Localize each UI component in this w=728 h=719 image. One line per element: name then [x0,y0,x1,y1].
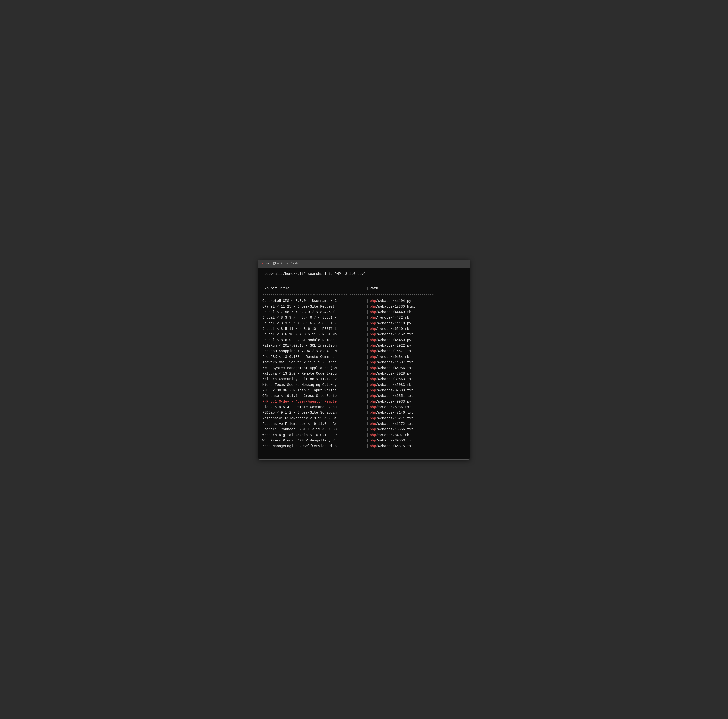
path-value: /webapps/46956.txt [376,366,413,370]
row-separator: | [366,332,370,337]
row-separator: | [366,388,370,393]
path-value: /webapps/42922.py [376,344,411,348]
row-separator: | [366,349,370,354]
path-value: /webapps/45083.rb [376,383,411,387]
divider-top: ----------------------------------------… [262,280,466,285]
row-path: php/webapps/41272.txt [370,421,413,427]
php-label: php [370,372,376,375]
path-value: /webapps/44448.py [376,321,411,325]
row-separator: | [366,405,370,410]
col-path-label: Path [370,286,378,291]
path-value: /webapps/49933.py [376,400,411,404]
row-title: cPanel < 11.25 - Cross-Site Request [262,304,366,309]
terminal-window: × kali@kali: ~ (ssh) root@kali:/home/kal… [258,260,470,460]
title-bar: × kali@kali: ~ (ssh) [258,260,470,268]
row-separator: | [366,410,370,416]
table-row: OPNsense < 19.1.1 - Cross-Site Scrip | p… [262,393,466,399]
row-path: php/remote/40434.rb [370,354,409,360]
path-value: /webapps/39563.txt [376,377,413,381]
row-separator: | [366,444,370,449]
php-label: php [370,349,376,353]
php-label: php [370,439,376,442]
php-label: php [370,422,376,426]
table-row: Plesk < 9.5.4 - Remote Command Execu | p… [262,405,466,410]
row-separator: | [366,433,370,438]
php-label: php [370,394,376,398]
row-title: REDCap < 9.1.2 - Cross-Site Scriptin [262,410,366,416]
row-title: Drupal < 8.6.10 / < 8.5.11 - REST Mo [262,332,366,337]
row-separator: | [366,382,370,388]
path-value: /webapps/17330.html [376,304,416,309]
row-separator: | [366,354,370,360]
row-path: php/webapps/15571.txt [370,349,413,354]
row-title: Kaltura < 13.2.0 - Remote Code Execu [262,371,366,376]
table-row: PHP 8.1.0-dev - 'User-Agentt' Remote | p… [262,399,466,405]
php-label: php [370,327,376,331]
table-row: Fozzcom Shopping < 7.94 / < 8.04 - M | p… [262,349,466,354]
php-label: php [370,304,376,309]
table-row: FreePBX < 13.0.188 - Remote Command | ph… [262,354,466,360]
table-row: REDCap < 9.1.2 - Cross-Site Scriptin | p… [262,410,466,416]
path-value: /webapps/46351.txt [376,394,413,398]
php-label: php [370,405,376,409]
row-title: WordPress Plugin DZS Videogallery < [262,438,366,444]
row-separator: | [366,298,370,304]
table-row: Drupal < 7.58 / < 8.3.9 / < 8.4.6 / | ph… [262,310,466,315]
close-icon[interactable]: × [261,262,263,266]
row-title: Micro Focus Secure Messaging Gateway [262,382,366,388]
table-row: KACE System Management Appliance (SM | p… [262,366,466,371]
table-row: Concrete5 CMS < 8.3.0 - Username / C | p… [262,298,466,304]
table-row: NPDS < 08.06 - Multiple Input Valida | p… [262,388,466,393]
row-title: ShoreTel Connect ONSITE < 19.49.1500 [262,427,366,432]
col-separator: | [366,286,370,291]
php-label: php [370,361,376,364]
row-title: Western Digital Arkeia < 10.0.10 - R [262,433,366,438]
row-title: Fozzcom Shopping < 7.94 / < 8.04 - M [262,349,366,354]
php-label: php [370,332,376,337]
row-separator: | [366,427,370,432]
row-separator: | [366,438,370,444]
row-path: php/webapps/17330.html [370,304,415,309]
row-path: php/webapps/45083.rb [370,382,411,388]
row-separator: | [366,366,370,371]
row-title: FileRun < 2017.09.18 - SQL Injection [262,343,366,349]
php-label: php [370,338,376,342]
row-separator: | [366,310,370,315]
table-row: Drupal < 8.3.9 / < 8.4.6 / < 8.5.1 - | p… [262,315,466,321]
row-path: php/webapps/46666.txt [370,427,413,432]
php-label: php [370,355,376,359]
row-title: Responsive Filemanger <= 9.11.0 - Ar [262,421,366,427]
row-separator: | [366,399,370,405]
row-title: Responsive FileManager < 9.13.4 - Di [262,416,366,421]
table-row: Micro Focus Secure Messaging Gateway | p… [262,382,466,388]
row-path: php/remote/28407.rb [370,433,409,438]
path-value: /webapps/46452.txt [376,332,413,337]
path-value: /webapps/44194.py [376,299,411,303]
row-separator: | [366,360,370,366]
php-label: php [370,310,376,314]
row-title: Drupal < 8.5.11 / < 8.6.10 - RESTful [262,326,366,332]
row-path: php/remote/46510.rb [370,326,409,332]
php-label: php [370,416,376,420]
row-title: Concrete5 CMS < 8.3.0 - Username / C [262,298,366,304]
path-value: /webapps/41272.txt [376,422,413,426]
path-value: /webapps/46815.txt [376,444,413,448]
table-row: WordPress Plugin DZS Videogallery < | ph… [262,438,466,444]
row-path: php/webapps/46956.txt [370,366,413,371]
php-label: php [370,321,376,325]
table-row: FileRun < 2017.09.18 - SQL Injection | p… [262,343,466,349]
table-row: Zoho ManageEngine ADSelfService Plus | p… [262,444,466,449]
php-label: php [370,299,376,303]
php-label: php [370,383,376,387]
php-label: php [370,344,376,348]
row-path: php/webapps/44194.py [370,298,411,304]
row-path: php/webapps/44449.rb [370,310,411,315]
row-path: php/webapps/43028.py [370,371,411,376]
table-row: Drupal < 8.3.9 / < 8.4.6 / < 8.5.1 - | p… [262,321,466,326]
row-path: php/webapps/49933.py [370,399,411,405]
path-value: /remote/28407.rb [376,433,409,437]
window-title: kali@kali: ~ (ssh) [265,262,300,265]
php-label: php [370,433,376,437]
row-title: IceWarp Mail Server < 11.1.1 - Direc [262,360,366,366]
row-title: Kaltura Community Edition < 11.1.0-2 [262,377,366,382]
